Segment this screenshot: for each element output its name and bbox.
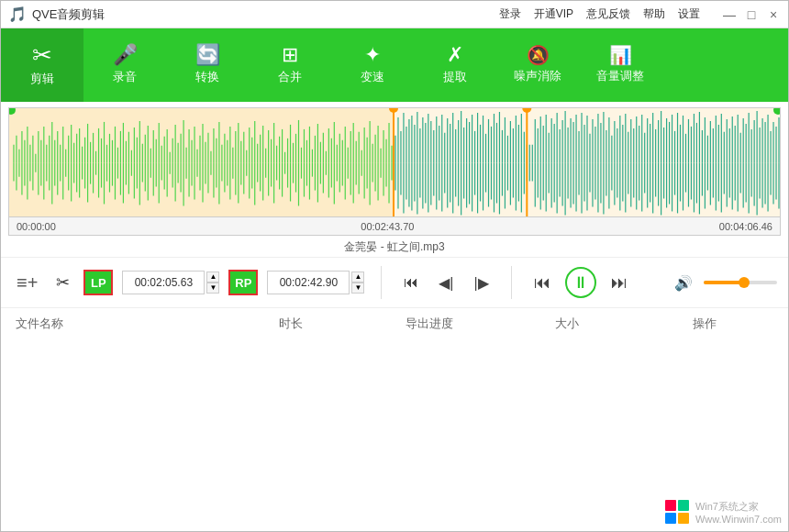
svg-rect-569: [665, 500, 676, 511]
title-left: 🎵 QVE音频剪辑: [8, 6, 105, 23]
menu-vip[interactable]: 开通VIP: [534, 6, 573, 22]
main-content: 00:00:00 00:02:43.70 00:04:06.46 金莞晏 - 虹…: [1, 102, 788, 531]
timeline: 00:00:00 00:02:43.70 00:04:06.46: [8, 217, 781, 236]
svg-rect-0: [9, 108, 393, 217]
lp-time-up[interactable]: ▲: [206, 272, 219, 283]
tool-extract-label: 提取: [443, 69, 467, 85]
svg-rect-571: [665, 513, 676, 524]
tool-volume-label: 音量调整: [596, 68, 644, 84]
add-button[interactable]: ≡+: [12, 270, 42, 296]
tool-speed[interactable]: ✦ 变速: [331, 28, 414, 102]
file-list-header: 文件名称 时长 导出进度 大小 操作: [1, 307, 788, 339]
window-controls: — □ ×: [722, 7, 781, 22]
waveform-svg: [9, 108, 780, 217]
volume-slider-track[interactable]: [704, 281, 777, 284]
win7-logo: [664, 499, 690, 525]
step-forward-button[interactable]: |▶: [469, 271, 495, 295]
skip-to-start-button[interactable]: ⏮: [398, 271, 424, 294]
col-header-name: 文件名称: [16, 316, 222, 332]
scissors-button[interactable]: ✂: [51, 270, 74, 295]
denoise-icon: 🔕: [527, 46, 550, 64]
record-icon: 🎤: [113, 45, 138, 65]
rp-time-down[interactable]: ▼: [351, 283, 364, 294]
maximize-button[interactable]: □: [744, 7, 759, 22]
convert-icon: 🔄: [195, 45, 220, 65]
tool-merge[interactable]: ⊞ 合并: [249, 28, 331, 102]
col-header-action: 操作: [636, 316, 773, 332]
controls-divider: [381, 266, 382, 299]
tool-volume[interactable]: 📊 音量调整: [579, 28, 661, 102]
svg-rect-570: [678, 500, 689, 511]
lp-time-spin: ▲ ▼: [206, 272, 219, 294]
timeline-mid: 00:02:43.70: [361, 221, 414, 232]
merge-icon: ⊞: [282, 45, 298, 65]
lp-time-input[interactable]: [122, 271, 205, 294]
waveform-area: 00:00:00 00:02:43.70 00:04:06.46: [1, 102, 788, 236]
windows-logo-icon: [664, 499, 690, 525]
tool-speed-label: 变速: [361, 69, 384, 85]
tool-denoise-label: 噪声消除: [514, 68, 561, 84]
step-back-button[interactable]: ◀|: [433, 271, 459, 295]
volume-control: 🔊: [669, 271, 777, 295]
fast-back-button[interactable]: ⏮: [528, 270, 556, 296]
menu-settings[interactable]: 设置: [678, 6, 700, 22]
minimize-button[interactable]: —: [722, 7, 737, 22]
timeline-start: 00:00:00: [17, 221, 56, 232]
tool-cut[interactable]: ✂ 剪辑: [1, 28, 83, 102]
extract-icon: ✗: [447, 45, 463, 65]
fast-forward-button[interactable]: ⏭: [606, 270, 633, 296]
title-bar: 🎵 QVE音频剪辑 登录 开通VIP 意见反馈 帮助 设置 — □ ×: [1, 1, 788, 28]
pause-button[interactable]: ⏸: [565, 267, 596, 298]
menu-feedback[interactable]: 意见反馈: [586, 6, 630, 22]
menu-login[interactable]: 登录: [499, 6, 521, 22]
lp-time-down[interactable]: ▼: [206, 283, 219, 294]
waveform-container[interactable]: [8, 107, 781, 217]
watermark-text: Win7系统之家 Www.Winwin7.com: [695, 500, 782, 525]
song-name-display: 金莞晏 - 虹之间.mp3: [1, 236, 788, 257]
playback-divider: [511, 266, 512, 299]
tool-record-label: 录音: [113, 69, 137, 85]
rp-time-field: ▲ ▼: [267, 271, 364, 294]
tool-extract[interactable]: ✗ 提取: [414, 28, 496, 102]
tool-merge-label: 合并: [278, 69, 302, 85]
lp-time-field: ▲ ▼: [122, 271, 219, 294]
tool-denoise[interactable]: 🔕 噪声消除: [496, 28, 579, 102]
tool-convert[interactable]: 🔄 转换: [166, 28, 249, 102]
cut-icon: ✂: [32, 43, 52, 67]
col-header-progress: 导出进度: [360, 316, 497, 332]
title-right: 登录 开通VIP 意见反馈 帮助 设置 — □ ×: [499, 6, 781, 22]
rp-time-up[interactable]: ▲: [351, 272, 364, 283]
tool-cut-label: 剪辑: [30, 71, 54, 87]
lp-button[interactable]: LP: [83, 270, 113, 295]
controls-row: ≡+ ✂ LP ▲ ▼ RP: [1, 257, 788, 307]
volume-adjust-icon: 📊: [609, 46, 632, 64]
col-header-duration: 时长: [222, 316, 360, 332]
col-header-size: 大小: [498, 316, 636, 332]
volume-slider-knob[interactable]: [739, 277, 750, 288]
close-button[interactable]: ×: [766, 7, 781, 22]
menu-help[interactable]: 帮助: [643, 6, 665, 22]
tool-convert-label: 转换: [195, 69, 219, 85]
volume-icon[interactable]: 🔊: [669, 271, 698, 295]
tool-record[interactable]: 🎤 录音: [83, 28, 166, 102]
rp-time-spin: ▲ ▼: [351, 272, 364, 294]
timeline-end: 00:04:06.46: [719, 221, 772, 232]
rp-button[interactable]: RP: [228, 270, 258, 295]
svg-rect-572: [678, 513, 689, 524]
toolbar: ✂ 剪辑 🎤 录音 🔄 转换 ⊞ 合并 ✦ 变速 ✗ 提取 🔕 噪声消除 📊: [1, 28, 788, 102]
app-icon: 🎵: [8, 6, 27, 23]
app-title: QVE音频剪辑: [32, 6, 105, 23]
rp-time-input[interactable]: [267, 271, 350, 294]
speed-icon: ✦: [364, 45, 381, 65]
watermark: Win7系统之家 Www.Winwin7.com: [664, 499, 782, 525]
